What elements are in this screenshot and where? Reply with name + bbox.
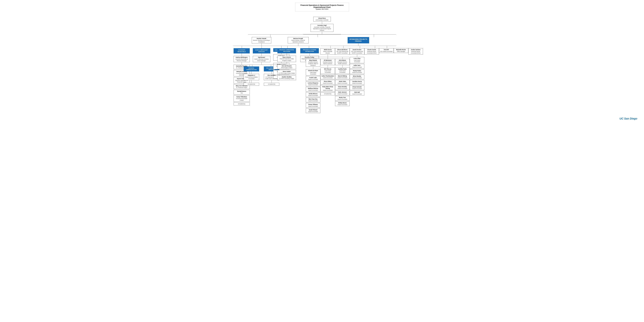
dept-banking: BANKING ADMINISTRATION [244,66,259,71]
node-heather: Heather Bradley Sr. PPM Consulting Analy… [278,75,296,80]
node-sutha: Sutha Thanikasalam Award Accountant [320,75,335,79]
node-randy: Randy Padua Award Accountant [350,69,364,74]
node-elir: Elir Fileccia Lead Award Accountant [320,68,335,74]
node-ryan: Ryan Antonio Financial Operations Data P… [278,56,296,62]
node-student-banking: STUDENT(S) [244,83,259,86]
node-susselys-virgil: Susselys Virgil Associate Controller, Fi… [311,24,334,32]
node-student-marine: STUDENT(S) [320,92,335,95]
node-vacant: VACANT SSA Award Accountant [379,48,394,53]
node-wella: Wella Garcia Senior Associate Director [320,48,335,54]
dept-process: PROCESS & SYSTEMS OPTIMIZATION [300,48,319,53]
node-shelby: Shelby Moses Award Accountant [335,101,350,106]
node-katie: Katie Janssen Award Accountant [335,91,350,95]
node-becky: Becky Tran Award Accountant [335,96,350,101]
node-ruby: Ruby (Wan-Chen) Hsiung Award Accountant [320,85,335,92]
page: Financial Operations & Sponsored Project… [0,0,644,322]
node-glenna: Glenna McShane OP, Cost Sharing and ECER… [335,48,350,54]
chart-subtitle: Organizational Chart [298,6,346,8]
chart-updated: Updated: 09/17/2024 [298,8,346,10]
node-wen-yuan: Wen-Yuan Hsu Award Accountant [306,98,320,102]
chart-wrapper: Cheryl Ross AVC/Campus Controller Sussel… [3,15,641,114]
node-kamar: Kamar Alkawaz Award Accountant [306,103,320,108]
node-matthew: Matthew Meehan Award Accountant [306,87,320,92]
dept-ar: ACCOUNTS RECEIVABLE [234,48,250,53]
dept-sponsored: SPONSORED PROJECTS FINANCE [348,37,369,43]
node-alejandro: Alejandro Li Financial Reconciliation Ac… [244,74,259,80]
node-rosa: Rosa Aldana Award Accountant [320,80,335,85]
node-student-ar: STUDENT(S) [234,102,250,105]
node-daniel: Daniel Perdew OP, Cost Sharing and ECERT… [350,48,364,54]
dept-cash-merchant: CASH & MERCHANT SERVICES [253,48,270,53]
node-student-pci: STUDENT(S) [264,83,279,86]
node-larissa: Larissa Diogenes Award Accountant [306,82,320,86]
node-ali: Ali McKeever Assistant Director, Marine … [320,59,335,65]
node-kinuko: Kinuko Kanda Divisional Senior Accountan… [364,48,379,54]
node-jamie: Jamie Yates Award Accountant [335,80,350,85]
node-bashair: Bashair Alazadi Director, Revenue Accoun… [252,37,271,43]
node-sarah: Sarah Pickard Award Accountant [306,108,320,113]
node-nick: Nick Hall Award Accountant [350,91,364,95]
node-cheryl-ross: Cheryl Ross AVC/Campus Controller [313,17,331,21]
node-stevo: Stevo Vuletic Sr. PPM Project Policy Ana… [278,70,296,75]
node-carolina: Carolina Garcia Award Accountant [350,80,364,85]
chart-title: Financial Operations & Sponsored Project… [298,4,346,6]
node-cheryl-g: Cheryl Geissler Award Accountant [350,85,364,90]
node-sarika: Sarika Mimura Award Accountant [306,92,320,97]
node-lotus: Lotus Shan Lead Award Accountant [350,57,364,63]
dept-fin-ops: FINANCIAL OPERATIONS SOLUTIONS [278,48,296,53]
node-katrina: Katrina Whittington Accounts Receivable … [234,56,250,62]
node-kellie: Kellie Tarin Award Accountant [350,64,364,69]
node-khanh: Khanh-Ha Pham Lead Award Accountant [306,69,320,75]
node-marissa: Marissa Prough Senior Director, Financia… [288,37,308,43]
node-cynthia: Cynthia Paulo Lead Award Accountant [335,68,350,74]
node-jordan: Jordan Santana Divisional Senior Account… [408,48,423,54]
node-tatum: Tatum Woolley Award Accountant [335,85,350,90]
node-jorie: Jorie Moore Assistant Director, Health S… [335,59,350,65]
header-box: Financial Operations & Sponsored Project… [295,3,349,11]
node-brian: Brian Murphy Award Accountant [350,75,364,79]
node-machelle: Machelle Rosier Office Manager [394,48,408,53]
node-tejal: Tejal Butani Cash & Merchant Services Se… [253,56,270,62]
node-austin: Austin Lapic Award Accountant [306,76,320,81]
node-randall: Randall Mueca TES [234,90,250,95]
node-meg: Meg Felando Assistant Director, Academic… [306,59,320,67]
node-casey: Casey Thibodeau Accounts Receivable Anal… [234,95,250,102]
uc-logo: UC San Diego [3,114,641,122]
node-marcel: Marcel Sikking Award Accountant [335,75,350,79]
